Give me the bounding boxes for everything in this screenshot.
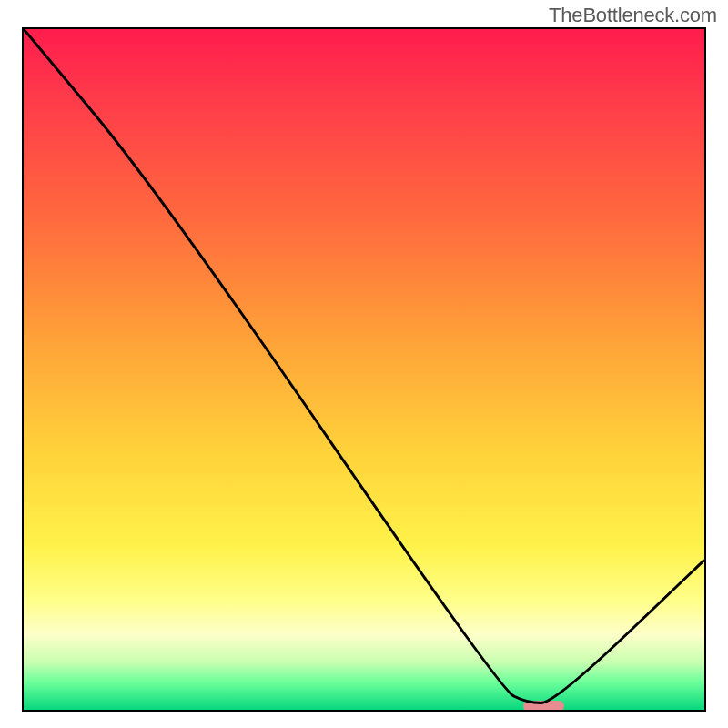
watermark-text: TheBottleneck.com — [549, 4, 717, 27]
plot-area — [22, 27, 706, 712]
bottleneck-curve — [24, 29, 704, 710]
curve-path — [24, 29, 704, 703]
chart-container: TheBottleneck.com — [0, 0, 728, 728]
